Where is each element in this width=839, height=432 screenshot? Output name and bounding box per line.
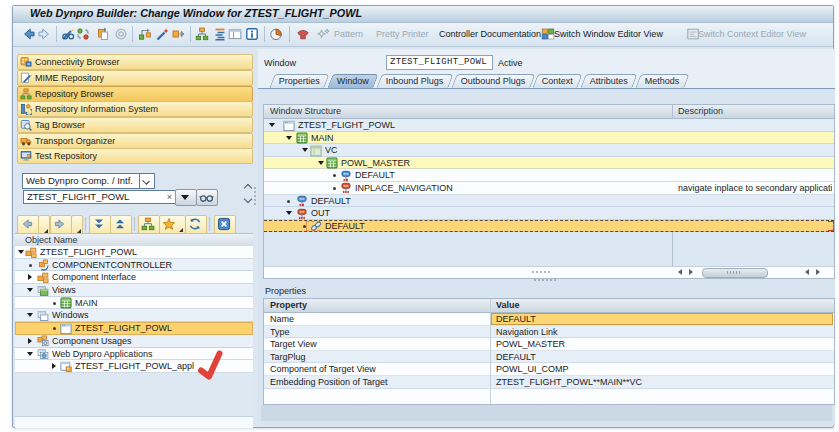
activate-wand-icon[interactable] [155,27,169,41]
assistant-icon [316,27,330,41]
sap-window: Web Dynpro Builder: Change Window for ZT… [12,5,834,428]
display-change-icon[interactable] [61,27,75,41]
tab-properties[interactable]: Properties [269,74,329,88]
expander-icon[interactable] [27,352,33,356]
panel-splitter[interactable] [254,187,256,205]
tree-toolbar-separator [85,217,86,231]
tree-forward-button[interactable] [50,215,72,235]
scroll-right-icon[interactable] [816,269,820,275]
expander-icon[interactable] [27,313,33,317]
tree-row[interactable]: COMPONENTCONTROLLER [15,259,253,272]
refresh-object-icon[interactable] [76,27,90,41]
expander-icon[interactable] [28,338,32,344]
tree-back-button[interactable] [17,215,39,235]
runtime-analysis-icon[interactable] [269,27,283,41]
object-type-select[interactable]: Web Dynpro Comp. / Intf. [22,173,155,189]
inactive-object-icon[interactable] [114,27,128,41]
structure-row[interactable]: ZTEST_FLIGHT_POWL [264,119,834,132]
sidebar-item-transport-organizer[interactable]: Transport Organizer [17,133,253,149]
close-browser-button[interactable] [214,215,236,235]
hierarchy-display-icon[interactable] [195,27,209,41]
move-object-icon[interactable] [171,27,185,41]
scroll-right-icon[interactable] [689,269,693,275]
structure-row[interactable]: DEFAULT [264,169,834,182]
property-row[interactable]: TargPlug DEFAULT [264,351,834,364]
tab-outbound-plugs[interactable]: Outbound Plugs [451,74,535,88]
information-icon[interactable] [245,27,259,41]
property-row[interactable]: Type Navigation Link [264,326,834,339]
favorites-button[interactable] [159,215,186,235]
window-name-input[interactable]: ZTEST_FLIGHT_POWL [386,55,493,70]
tree-back-menu-button[interactable] [38,215,50,235]
outbound-plug-icon [296,208,308,220]
tab-window[interactable]: Window [327,74,378,88]
structure-row[interactable]: MAIN [264,132,834,145]
expander-icon[interactable] [52,363,56,369]
sidebar-item-repository-browser[interactable]: Repository Browser [17,86,253,102]
copy-icon[interactable] [96,27,110,41]
phone-session-icon[interactable] [296,27,310,41]
expander-icon[interactable] [27,288,33,292]
sidebar-item-repository-infosystem[interactable]: Repository Information System [17,101,253,117]
property-row[interactable]: Embedding Position of Target ZTEST_FLIGH… [264,376,834,389]
structure-row[interactable]: DEFAULT [264,195,834,208]
toolbar-separator [132,26,133,42]
expander-icon[interactable] [302,148,308,152]
history-dropdown-button[interactable] [175,189,197,206]
column-divider[interactable] [490,299,491,404]
refresh-tree-button[interactable] [185,215,207,235]
expander-icon[interactable] [269,123,275,127]
combo-arrow-icon[interactable] [139,174,154,188]
scroll-left-icon[interactable] [805,269,809,275]
tab-context[interactable]: Context [532,74,582,88]
tree-forward-menu-button[interactable] [71,215,83,235]
tree-row-selected[interactable]: ZTEST_FLIGHT_POWL [15,322,253,335]
window-editor-grid-icon[interactable] [541,27,555,41]
expander-icon[interactable] [286,136,292,140]
collapse-all-button[interactable] [110,215,132,235]
hierarchy-button[interactable] [138,215,160,235]
controller-documentation-button[interactable]: Controller Documentation [439,23,541,45]
tree-row[interactable]: Views [15,284,253,297]
structure-row[interactable]: POWL_MASTER [264,157,834,170]
tree-row[interactable]: MAIN [15,297,253,310]
clear-input-icon[interactable]: × [167,191,172,203]
scrollbar-thumb[interactable] [702,268,768,278]
structure-row[interactable]: OUT [264,207,834,220]
sidebar-item-mime-repository[interactable]: MIME Repository [17,70,253,86]
tab-inbound-plugs[interactable]: Inbound Plugs [376,74,453,88]
properties-splitter[interactable] [534,279,556,281]
layout-view-icon[interactable] [228,27,242,41]
switch-window-editor-view-button[interactable]: Switch Window Editor View [554,23,663,45]
main-area: Connectivity Browser MIME Repository Rep… [13,47,833,427]
display-object-button[interactable] [196,189,218,206]
back-icon[interactable] [22,27,36,41]
value-cell-highlight[interactable]: DEFAULT [491,313,833,325]
forward-icon[interactable] [37,27,51,41]
sidebar-item-test-repository[interactable]: Test Repository [17,148,253,164]
expand-all-button[interactable] [89,215,111,235]
structure-row[interactable]: VC [264,144,834,157]
tree-row[interactable]: Windows [15,309,253,322]
tab-attributes[interactable]: Attributes [580,74,637,88]
where-used-icon[interactable] [138,27,152,41]
property-row[interactable]: Component of Target View POWL_UI_COMP [264,363,834,376]
scroll-left-icon[interactable] [678,269,682,275]
structure-row[interactable]: INPLACE_NAVIGATION navigate inplace to s… [264,182,834,195]
expander-icon[interactable] [286,211,292,215]
expander-icon[interactable] [28,274,32,280]
sidebar-item-connectivity-browser[interactable]: Connectivity Browser [17,54,253,70]
tree-row[interactable]: Component Interface [15,271,253,284]
tree-hscrollbar[interactable] [15,416,253,428]
expander-icon[interactable] [318,161,324,165]
property-row[interactable]: Name DEFAULT [264,313,834,326]
pretty-align-icon[interactable] [213,27,227,41]
property-row[interactable]: Target View POWL_MASTER [264,338,834,351]
tab-methods[interactable]: Methods [636,74,690,88]
expander-icon[interactable] [18,250,24,254]
structure-hscrollbar[interactable] [264,266,834,278]
structure-row-selected[interactable]: DEFAULT [264,220,834,233]
sidebar-item-tag-browser[interactable]: Tag Browser [17,117,253,133]
tree-row[interactable]: ZTEST_FLIGHT_POWL [15,246,253,259]
object-name-input[interactable]: ZTEST_FLIGHT_POWL × [23,190,176,204]
